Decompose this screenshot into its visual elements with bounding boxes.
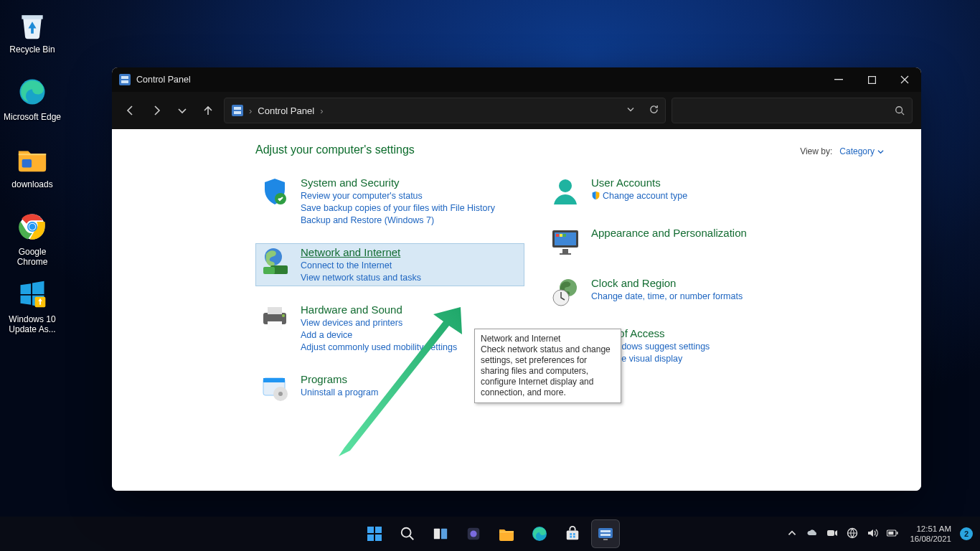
- nav-up-button[interactable]: [198, 98, 218, 123]
- tray-meetnow-icon[interactable]: [826, 527, 838, 540]
- svg-rect-11: [121, 76, 128, 79]
- tray-clock[interactable]: 12:51 AM 16/08/2021: [910, 524, 951, 544]
- category-appearance[interactable]: Appearance and Personalization: [546, 224, 815, 260]
- svg-point-30: [278, 392, 283, 396]
- close-button[interactable]: [888, 67, 921, 92]
- svg-rect-38: [560, 253, 571, 255]
- category-title[interactable]: User Accounts: [591, 176, 687, 190]
- category-system-security[interactable]: System and Security Review your computer…: [255, 174, 524, 229]
- programs-icon: [259, 372, 291, 404]
- desktop-icon-chrome[interactable]: Google Chrome: [3, 209, 62, 271]
- svg-rect-58: [573, 536, 575, 538]
- svg-rect-44: [367, 527, 374, 533]
- category-link[interactable]: Uninstall a program: [301, 387, 378, 399]
- start-button[interactable]: [360, 519, 389, 548]
- address-dropdown-button[interactable]: [626, 105, 635, 116]
- category-link[interactable]: Add a device: [301, 329, 457, 342]
- category-link[interactable]: View network status and tasks: [301, 272, 421, 284]
- search-input[interactable]: [672, 98, 913, 123]
- taskbar-center: [360, 519, 620, 548]
- svg-rect-66: [897, 532, 898, 534]
- category-title[interactable]: Programs: [301, 372, 378, 387]
- tooltip-title: Network and Internet: [481, 334, 615, 344]
- view-by-selector: View by: Category: [800, 146, 884, 156]
- svg-rect-57: [570, 536, 572, 538]
- content-area: Adjust your computer's settings View by:…: [112, 129, 921, 491]
- tray-network-icon[interactable]: [847, 527, 858, 540]
- taskbar-search-button[interactable]: [393, 519, 422, 548]
- svg-rect-24: [268, 307, 282, 314]
- nav-back-button[interactable]: [121, 98, 141, 123]
- svg-rect-60: [600, 530, 611, 532]
- folder-icon: [15, 142, 50, 176]
- refresh-button[interactable]: [649, 104, 659, 117]
- svg-rect-47: [375, 534, 382, 541]
- tray-onedrive-icon[interactable]: [806, 527, 818, 540]
- desktop-icon-win10-update[interactable]: Windows 10 Update As...: [3, 277, 62, 339]
- tray-battery-icon[interactable]: [887, 527, 898, 540]
- nav-recent-button[interactable]: [172, 98, 192, 123]
- nav-toolbar: › Control Panel ›: [112, 92, 921, 129]
- svg-rect-63: [827, 530, 834, 536]
- desktop-icon-label: Recycle Bin: [3, 44, 62, 55]
- minimize-button[interactable]: [822, 67, 855, 92]
- taskbar-store-button[interactable]: [558, 519, 587, 548]
- desktop-icon-recycle-bin[interactable]: Recycle Bin: [3, 7, 62, 69]
- category-link[interactable]: Adjust commonly used mobility settings: [301, 342, 457, 354]
- category-clock-region[interactable]: Clock and Region Change date, time, or n…: [546, 274, 815, 310]
- tooltip: Network and Internet Check network statu…: [474, 329, 621, 403]
- category-network-internet[interactable]: Network and Internet Connect to the Inte…: [255, 243, 524, 286]
- uac-shield-icon: [591, 191, 600, 200]
- edge-icon: [15, 75, 50, 109]
- category-link[interactable]: Connect to the Internet: [301, 260, 421, 272]
- category-link[interactable]: View devices and printers: [301, 317, 457, 329]
- taskbar-explorer-button[interactable]: [492, 519, 521, 548]
- tooltip-body: Check network status and change settings…: [481, 344, 615, 398]
- svg-point-26: [282, 314, 285, 317]
- tray-volume-icon[interactable]: [867, 527, 878, 540]
- svg-rect-45: [375, 527, 382, 533]
- category-title[interactable]: Appearance and Personalization: [591, 226, 747, 240]
- category-title[interactable]: Network and Internet: [301, 245, 421, 260]
- svg-rect-14: [868, 76, 875, 83]
- category-title[interactable]: Clock and Region: [591, 276, 743, 291]
- svg-rect-55: [570, 533, 572, 535]
- category-link[interactable]: Change date, time, or number formats: [591, 291, 743, 303]
- desktop-icon-downloads[interactable]: downloads: [3, 142, 62, 204]
- category-link[interactable]: Change account type: [591, 190, 687, 202]
- svg-point-48: [402, 528, 411, 537]
- desktop-icon-label: Windows 10 Update As...: [3, 314, 62, 334]
- nav-forward-button[interactable]: [146, 98, 166, 123]
- svg-rect-25: [268, 321, 282, 330]
- category-link[interactable]: Review your computer's status: [301, 190, 495, 202]
- taskbar-taskview-button[interactable]: [426, 519, 455, 548]
- svg-rect-34: [556, 234, 559, 237]
- control-panel-icon: [232, 105, 243, 116]
- breadcrumb-item[interactable]: Control Panel: [258, 105, 314, 116]
- svg-rect-35: [560, 234, 562, 237]
- taskbar-control-panel-button[interactable]: [591, 519, 620, 548]
- taskbar-widgets-button[interactable]: [459, 519, 488, 548]
- recycle-bin-icon: [15, 7, 50, 42]
- category-title[interactable]: Hardware and Sound: [301, 303, 457, 317]
- svg-rect-56: [573, 533, 575, 535]
- taskbar-edge-button[interactable]: [525, 519, 554, 548]
- svg-rect-13: [834, 79, 843, 80]
- taskbar[interactable]: 12:51 AM 16/08/2021 2: [0, 517, 980, 551]
- window-title: Control Panel: [136, 75, 191, 85]
- category-user-accounts[interactable]: User Accounts Change account type: [546, 174, 815, 209]
- address-bar[interactable]: › Control Panel ›: [224, 98, 666, 123]
- breadcrumb-separator: ›: [320, 105, 323, 116]
- notification-badge[interactable]: 2: [960, 527, 973, 540]
- desktop-icon-edge[interactable]: Microsoft Edge: [3, 75, 62, 136]
- category-title[interactable]: System and Security: [301, 176, 495, 190]
- svg-rect-22: [263, 267, 275, 274]
- svg-rect-15: [232, 105, 243, 116]
- view-by-dropdown[interactable]: Category: [839, 146, 884, 156]
- svg-rect-36: [563, 234, 566, 237]
- maximize-button[interactable]: [855, 67, 888, 92]
- titlebar[interactable]: Control Panel: [112, 67, 921, 92]
- tray-overflow-button[interactable]: [786, 527, 798, 540]
- category-link[interactable]: Backup and Restore (Windows 7): [301, 215, 495, 227]
- category-link[interactable]: Save backup copies of your files with Fi…: [301, 202, 495, 215]
